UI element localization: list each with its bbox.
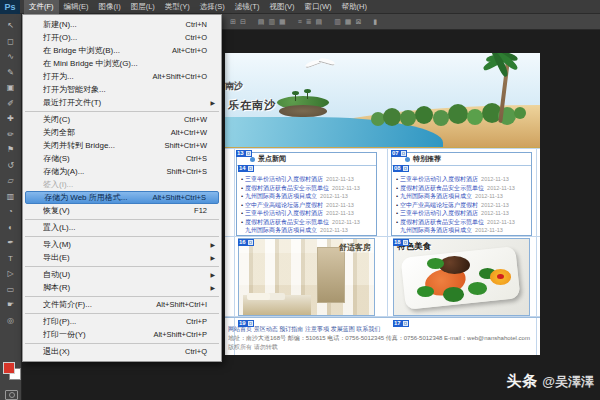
align-vcenter-icon[interactable]: ▥ <box>268 17 275 26</box>
news-item: • 三亚半价活动引入度假村酒店 2012-11-13 <box>241 175 374 184</box>
file-menu-item[interactable]: 签入(I)... <box>23 178 221 191</box>
file-menu-item[interactable]: 关闭并转到 Bridge... Shift+Ctrl+W <box>23 139 221 152</box>
document-canvas[interactable]: 南沙 乐在南沙 景点新闻 • 三亚半价活动引入度假村酒店 2012-11-13 <box>225 53 540 355</box>
new-layer-icon[interactable]: ⊞ <box>230 17 236 26</box>
bullet-icon: • <box>396 175 398 184</box>
room-caption: 舒适客房 <box>339 242 371 253</box>
distribute-top-icon[interactable]: ▥ <box>334 17 341 26</box>
file-menu-item[interactable]: 最近打开文件(T) ▶ <box>23 96 221 109</box>
menu-bar-item[interactable]: 文件(F) <box>24 0 59 14</box>
align-hcenter-icon[interactable]: ≣ <box>306 17 312 26</box>
brush-tool-icon[interactable]: ✏ <box>0 127 21 143</box>
align-right-icon[interactable]: ▤ <box>316 17 323 26</box>
quick-mask-icon[interactable] <box>5 390 18 400</box>
distribute-vcenter-icon[interactable]: ▦ <box>345 17 352 26</box>
file-menu-item[interactable]: 存储(S) Ctrl+S <box>23 152 221 165</box>
menu-bar-item[interactable]: 图层(L) <box>126 0 160 14</box>
path-select-tool-icon[interactable]: ▷ <box>0 266 21 282</box>
menu-bar-item[interactable]: 图像(I) <box>94 0 126 14</box>
menu-item-shortcut: Alt+Shift+Ctrl+S <box>152 193 206 202</box>
file-menu-item[interactable]: 关闭全部 Alt+Ctrl+W <box>23 126 221 139</box>
eyedropper-tool-icon[interactable]: ✐ <box>0 96 21 112</box>
delete-layer-icon[interactable]: ⊟ <box>240 17 246 26</box>
file-menu-item[interactable]: 打印(P)... Ctrl+P <box>23 315 221 328</box>
file-menu-item[interactable]: 打印一份(Y) Alt+Shift+Ctrl+P <box>23 328 221 341</box>
file-menu-item[interactable]: 恢复(V) F12 <box>23 204 221 217</box>
palm-tree-fronds <box>482 53 522 71</box>
file-menu-item[interactable]: 置入(L)... <box>23 221 221 234</box>
history-brush-tool-icon[interactable]: ↺ <box>0 158 21 174</box>
menu-bar-item[interactable]: 选择(S) <box>195 0 230 14</box>
slice-badge: 16 <box>238 239 254 246</box>
type-tool-icon[interactable]: T <box>0 251 21 267</box>
menu-bar-item[interactable]: 视图(V) <box>264 0 299 14</box>
menu-bar-item[interactable]: 窗口(W) <box>299 0 336 14</box>
menu-item-label: 打印(P)... <box>43 316 178 327</box>
news-date: 2012-11-13 <box>481 201 509 210</box>
bullet-icon: • <box>396 209 398 218</box>
lasso-tool-icon[interactable]: ∿ <box>0 49 21 65</box>
menu-bar-item[interactable]: 类型(Y) <box>160 0 195 14</box>
align-left-icon[interactable]: ≡ <box>298 17 302 26</box>
file-menu-item[interactable]: 导入(M) ▶ <box>23 238 221 251</box>
marquee-tool-icon[interactable]: ◻ <box>0 34 21 50</box>
menu-item-label: 自动(U) <box>43 269 199 280</box>
file-menu-item[interactable]: 退出(X) Ctrl+Q <box>23 345 221 358</box>
file-menu-item[interactable]: 存储为 Web 所用格式... Alt+Shift+Ctrl+S <box>25 191 219 204</box>
news-date: 2012-11-13 <box>475 226 503 235</box>
menu-item-shortcut: Shift+Ctrl+W <box>164 141 207 150</box>
healing-brush-tool-icon[interactable]: ✚ <box>0 111 21 127</box>
bullet-icon: • <box>241 209 243 218</box>
file-menu-item[interactable]: 脚本(R) ▶ <box>23 281 221 294</box>
menu-item-label: 存储为(A)... <box>43 166 159 177</box>
menu-bar-item[interactable]: 编辑(E) <box>59 0 94 14</box>
pen-tool-icon[interactable]: ✒ <box>0 235 21 251</box>
distribute-bottom-icon[interactable]: ⊠ <box>355 17 361 26</box>
color-swatches <box>3 362 20 379</box>
room-photo: 舒适客房 <box>238 238 375 316</box>
auto-align-icon[interactable]: ▮ <box>373 17 377 26</box>
menu-bar-item[interactable]: 滤镜(T) <box>230 0 265 14</box>
submenu-arrow-icon: ▶ <box>207 284 215 291</box>
news-item: • 度假村酒店获食品安全示范单位 2012-11-13 <box>396 218 529 227</box>
file-menu-item[interactable]: 自动(U) ▶ <box>23 268 221 281</box>
file-menu-item[interactable]: 存储为(A)... Shift+Ctrl+S <box>23 165 221 178</box>
quick-select-tool-icon[interactable]: ✎ <box>0 65 21 81</box>
news-link: 度假村酒店获食品安全示范单位 <box>400 184 484 193</box>
move-tool-icon[interactable]: ↖ <box>0 18 21 34</box>
island <box>277 89 329 117</box>
foreground-color-swatch[interactable] <box>3 362 15 374</box>
eraser-tool-icon[interactable]: ▱ <box>0 173 21 189</box>
news-link: 空中产业高端论坛落户度假村 <box>400 201 478 210</box>
menu-item-label: 退出(X) <box>43 346 177 357</box>
crop-tool-icon[interactable]: ▣ <box>0 80 21 96</box>
photoshop-logo: Ps <box>0 0 20 14</box>
file-menu-item[interactable]: 打开(O)... Ctrl+O <box>23 31 221 44</box>
slice-badge: 08 <box>393 165 409 172</box>
align-bottom-icon[interactable]: ▦ <box>279 17 286 26</box>
file-menu-item[interactable]: 文件简介(F)... Alt+Shift+Ctrl+I <box>23 298 221 311</box>
menu-bar-item[interactable]: 帮助(H) <box>337 0 372 14</box>
banner-image: 南沙 乐在南沙 <box>225 53 540 148</box>
gradient-tool-icon[interactable]: ▥ <box>0 189 21 205</box>
blur-tool-icon[interactable]: ◔ <box>0 204 21 220</box>
slice-box-icon <box>402 320 409 327</box>
menu-item-label: 导出(E) <box>43 252 199 263</box>
file-menu-item[interactable]: 新建(N)... Ctrl+N <box>23 18 221 31</box>
zoom-tool-icon[interactable]: ◎ <box>0 313 21 329</box>
file-menu-item[interactable]: 在 Mini Bridge 中浏览(G)... <box>23 57 221 70</box>
menu-item-shortcut: Ctrl+O <box>185 33 207 42</box>
bullet-icon: • <box>396 201 398 210</box>
file-menu-item[interactable]: 关闭(C) Ctrl+W <box>23 113 221 126</box>
align-top-icon[interactable]: ▤ <box>258 17 265 26</box>
dodge-tool-icon[interactable]: ◐ <box>0 220 21 236</box>
clone-stamp-tool-icon[interactable]: ⚑ <box>0 142 21 158</box>
file-menu-item[interactable]: 在 Bridge 中浏览(B)... Alt+Ctrl+O <box>23 44 221 57</box>
file-menu-item[interactable]: 导出(E) ▶ <box>23 251 221 264</box>
shape-tool-icon[interactable]: ▭ <box>0 282 21 298</box>
file-menu-item[interactable]: 打开为... Alt+Shift+Ctrl+O <box>23 70 221 83</box>
hand-tool-icon[interactable]: ☛ <box>0 297 21 313</box>
submenu-arrow-icon: ▶ <box>207 254 215 261</box>
menu-item-label: 关闭(C) <box>43 114 176 125</box>
file-menu-item[interactable]: 打开为智能对象... <box>23 83 221 96</box>
